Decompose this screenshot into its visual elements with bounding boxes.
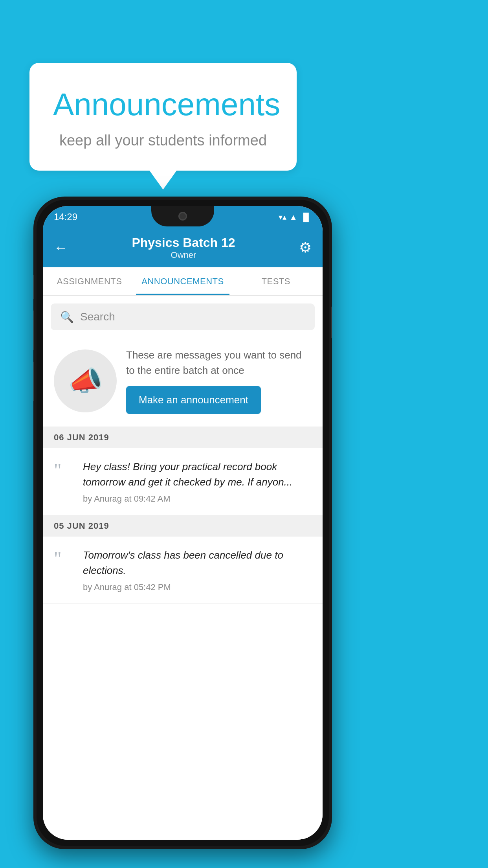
announcement-item-1: " Hey class! Bring your practical record…	[43, 448, 323, 515]
make-announcement-button[interactable]: Make an announcement	[126, 386, 261, 414]
search-icon: 🔍	[60, 311, 74, 324]
wifi-icon: ▾▴	[279, 212, 286, 222]
header-subtitle: Owner	[132, 250, 235, 260]
status-icons: ▾▴ ▲ ▐▌	[279, 212, 312, 222]
signal-icon: ▲	[290, 213, 297, 222]
notch	[151, 206, 214, 226]
header-title: Physics Batch 12	[132, 235, 235, 250]
announcement-meta-2: by Anurag at 05:42 PM	[83, 582, 312, 592]
promo-right: These are messages you want to send to t…	[126, 348, 312, 414]
announcement-content-2: Tomorrow's class has been cancelled due …	[83, 548, 312, 592]
announcement-item-2: " Tomorrow's class has been cancelled du…	[43, 537, 323, 604]
volume-up-button	[33, 311, 34, 350]
promo-icon-circle: 📣	[54, 349, 117, 412]
announcement-promo: 📣 These are messages you want to send to…	[43, 338, 323, 427]
search-placeholder: Search	[80, 311, 115, 323]
promo-description: These are messages you want to send to t…	[126, 348, 312, 378]
phone-frame: 14:29 ▾▴ ▲ ▐▌ ← Physics Batch 12 Owner ⚙	[33, 197, 332, 849]
speech-bubble-subtitle: keep all your students informed	[53, 132, 273, 149]
mute-button	[33, 275, 34, 299]
announcement-text-1: Hey class! Bring your practical record b…	[83, 459, 312, 490]
announcement-meta-1: by Anurag at 09:42 AM	[83, 494, 312, 504]
speech-bubble-title: Announcements	[53, 86, 273, 123]
content-area: 🔍 Search 📣 These are messages you want t…	[43, 296, 323, 840]
settings-button[interactable]: ⚙	[299, 239, 312, 256]
back-button[interactable]: ←	[54, 239, 68, 256]
power-button	[331, 307, 332, 338]
camera	[178, 212, 187, 221]
app-header: ← Physics Batch 12 Owner ⚙	[43, 228, 323, 267]
announcement-text-2: Tomorrow's class has been cancelled due …	[83, 548, 312, 578]
speech-bubble: Announcements keep all your students inf…	[29, 63, 297, 171]
date-separator-2: 05 JUN 2019	[43, 515, 323, 537]
phone-container: 14:29 ▾▴ ▲ ▐▌ ← Physics Batch 12 Owner ⚙	[33, 197, 332, 849]
date-separator-1: 06 JUN 2019	[43, 427, 323, 448]
quote-icon-1: "	[54, 461, 73, 480]
speech-bubble-container: Announcements keep all your students inf…	[29, 63, 297, 171]
phone-inner: 14:29 ▾▴ ▲ ▐▌ ← Physics Batch 12 Owner ⚙	[37, 200, 329, 846]
header-title-container: Physics Batch 12 Owner	[132, 235, 235, 260]
tab-announcements[interactable]: ANNOUNCEMENTS	[136, 267, 229, 295]
volume-down-button	[33, 362, 34, 401]
tab-assignments[interactable]: ASSIGNMENTS	[43, 267, 136, 295]
status-time: 14:29	[54, 211, 77, 223]
phone-screen: 14:29 ▾▴ ▲ ▐▌ ← Physics Batch 12 Owner ⚙	[43, 206, 323, 840]
quote-icon-2: "	[54, 549, 73, 568]
battery-icon: ▐▌	[301, 213, 312, 222]
tab-tests[interactable]: TESTS	[229, 267, 323, 295]
announcement-content-1: Hey class! Bring your practical record b…	[83, 459, 312, 504]
megaphone-icon: 📣	[68, 365, 103, 397]
tab-bar: ASSIGNMENTS ANNOUNCEMENTS TESTS	[43, 267, 323, 296]
search-bar[interactable]: 🔍 Search	[51, 303, 315, 330]
